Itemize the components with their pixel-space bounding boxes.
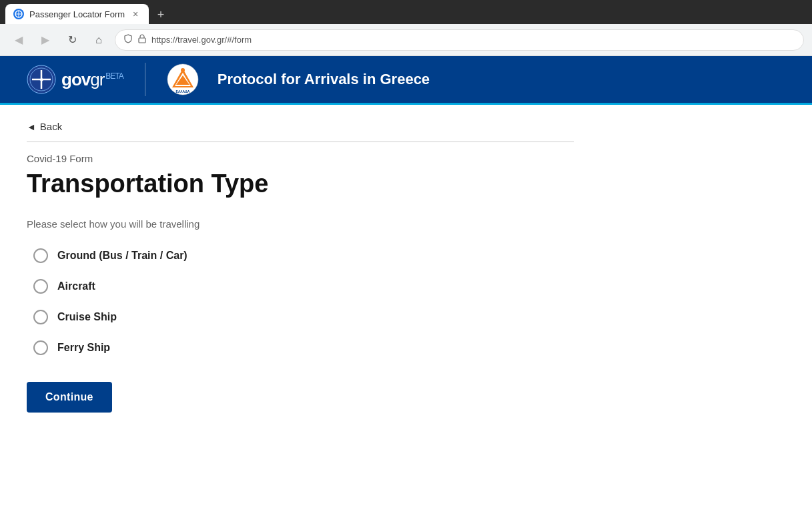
address-text: https://travel.gov.gr/#/form <box>151 35 252 45</box>
gscp-logo-icon: ΕΛΛΑΔΑ <box>167 63 199 95</box>
form-title: Transportation Type <box>27 170 574 198</box>
radio-circle-aircraft <box>33 279 48 294</box>
svg-rect-3 <box>139 38 145 43</box>
lock-icon <box>138 34 146 45</box>
back-link[interactable]: ◄ Back <box>27 121 574 142</box>
radio-circle-ferry <box>33 340 48 355</box>
header-divider <box>145 63 145 96</box>
tab-favicon <box>13 9 24 19</box>
continue-button[interactable]: Continue <box>27 382 112 413</box>
back-link-label: Back <box>40 121 62 132</box>
govgr-logo: ✦ govgrBETA <box>27 65 123 94</box>
radio-option-ferry[interactable]: Ferry Ship <box>33 340 574 355</box>
radio-circle-cruise <box>33 310 48 324</box>
svg-text:✦: ✦ <box>38 75 45 85</box>
new-tab-button[interactable]: + <box>151 5 170 24</box>
radio-label-cruise: Cruise Ship <box>57 311 117 323</box>
back-arrow-icon: ◄ <box>27 121 36 132</box>
radio-option-ground[interactable]: Ground (Bus / Train / Car) <box>33 248 574 263</box>
radio-option-cruise[interactable]: Cruise Ship <box>33 310 574 324</box>
tab-bar: Passenger Locator Form × + <box>5 0 807 24</box>
forward-nav-button[interactable]: ▶ <box>35 29 56 51</box>
back-nav-button[interactable]: ◀ <box>8 29 29 51</box>
svg-text:ΕΛΛΑΔΑ: ΕΛΛΑΔΑ <box>175 89 189 93</box>
form-subtitle: Covid-19 Form <box>27 153 574 164</box>
address-bar[interactable]: https://travel.gov.gr/#/form <box>115 29 804 51</box>
radio-label-aircraft: Aircraft <box>57 280 95 292</box>
transport-type-radio-group: Ground (Bus / Train / Car) Aircraft Crui… <box>33 248 574 355</box>
active-tab[interactable]: Passenger Locator Form × <box>5 4 149 24</box>
form-instruction: Please select how you will be travelling <box>27 218 574 230</box>
browser-chrome: Passenger Locator Form × + <box>0 0 812 24</box>
radio-option-aircraft[interactable]: Aircraft <box>33 279 574 294</box>
tab-close-button[interactable]: × <box>130 9 141 19</box>
main-content: ◄ Back Covid-19 Form Transportation Type… <box>0 105 600 439</box>
header-title: Protocol for Arrivals in Greece <box>218 71 430 88</box>
beta-label: BETA <box>105 71 123 81</box>
home-nav-button[interactable]: ⌂ <box>88 29 109 51</box>
shield-icon <box>123 34 133 45</box>
radio-label-ground: Ground (Bus / Train / Car) <box>57 250 187 262</box>
greek-emblem-icon: ✦ <box>27 65 56 94</box>
page-header-banner: ✦ govgrBETA ΕΛΛΑΔΑ Protocol for Arrivals… <box>0 56 812 103</box>
radio-label-ferry: Ferry Ship <box>57 342 110 354</box>
tab-title: Passenger Locator Form <box>29 9 125 19</box>
svg-point-13 <box>181 68 185 72</box>
reload-nav-button[interactable]: ↻ <box>61 29 83 51</box>
navigation-bar: ◀ ▶ ↻ ⌂ https://travel.gov.gr/#/form <box>0 24 812 56</box>
radio-circle-ground <box>33 248 48 263</box>
govgr-wordmark: govgrBETA <box>61 69 123 90</box>
